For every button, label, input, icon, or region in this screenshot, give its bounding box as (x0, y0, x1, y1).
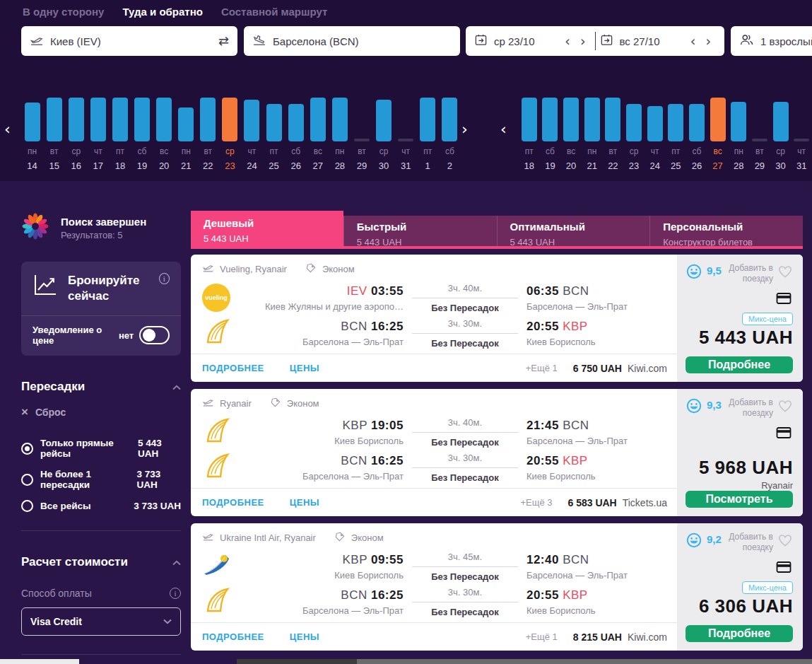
trip-type-tab-inactive[interactable]: Составной маршрут (221, 6, 327, 18)
depart-date-field[interactable]: ср 23/10 ‹ › (474, 33, 591, 49)
chart-bar-пн-28[interactable]: пн28 (728, 98, 749, 171)
payment-method-select[interactable]: Visa Credit (21, 607, 181, 636)
transfer-option-price: 3 733 UAH (136, 469, 181, 490)
card-cta-button[interactable]: Подробнее (686, 625, 793, 642)
return-date-next[interactable]: › (700, 35, 716, 48)
stops-label: Без Пересадок (412, 472, 518, 483)
chart-bar-пт-18[interactable]: пт18 (519, 98, 540, 171)
chart-bar-чт-31[interactable]: чт31 (395, 98, 417, 171)
sort-tab[interactable]: Быстрый5 443 UAH (343, 216, 497, 249)
chart-bar-чт-17[interactable]: чт17 (87, 98, 109, 171)
chart-day-label: ср (630, 146, 639, 156)
return-date-field[interactable]: вс 27/10 ‹ › (600, 33, 717, 49)
more-offers-link[interactable]: +Ещё 1 (526, 631, 558, 642)
reset-filters-button[interactable]: × Сброс (21, 405, 181, 419)
horizontal-scrollbar[interactable] (0, 659, 812, 664)
chart-bar-вс-27[interactable]: вс27 (307, 98, 329, 171)
passengers-input[interactable]: 1 взрослый (731, 26, 812, 56)
price-bar (69, 98, 84, 141)
depart-date-prev[interactable]: ‹ (560, 35, 575, 48)
chart-bar-ср-16[interactable]: ср16 (65, 98, 87, 171)
chart-bar-чт-31[interactable]: чт31 (791, 98, 812, 171)
chevron-up-icon[interactable] (172, 556, 181, 569)
chevron-up-icon[interactable] (172, 380, 181, 393)
chart-bar-пт-18[interactable]: пт18 (109, 98, 131, 171)
ticket-card-icon[interactable] (775, 424, 793, 444)
chart-bar-пт-25[interactable]: пт25 (665, 98, 686, 171)
chart-bar-вт-29[interactable]: вт29 (749, 98, 770, 171)
chart-bar-сб-26[interactable]: сб26 (285, 98, 307, 171)
more-offers-link[interactable]: +Ещё 1 (526, 363, 558, 373)
chart-bar-пн-14[interactable]: пн14 (21, 98, 43, 171)
sort-tab[interactable]: Оптимальный5 443 UAH (497, 216, 650, 249)
chart-bar-пт-25[interactable]: пт25 (263, 98, 285, 171)
trip-type-tabs: В одну сторонуТуда и обратноСоставной ма… (23, 6, 327, 18)
tag-icon (305, 262, 317, 276)
ticket-card-icon[interactable] (775, 290, 793, 310)
depart-chart-next-icon[interactable]: › (461, 122, 468, 137)
chart-bar-ср-23[interactable]: ср23 (623, 98, 645, 171)
info-icon[interactable]: i (159, 273, 170, 284)
chart-bar-вс-20[interactable]: вс20 (153, 98, 175, 171)
ticket-card-icon[interactable] (775, 559, 793, 578)
details-link[interactable]: ПОДРОБНЕЕ (202, 497, 264, 508)
card-cta-button[interactable]: Подробнее (686, 356, 793, 373)
price-bar (542, 98, 558, 141)
sort-tab[interactable]: Дешевый5 443 UAH (191, 211, 343, 249)
transfer-option[interactable]: Все рейсы3 733 UAH (21, 500, 181, 512)
scrollbar-track[interactable] (237, 659, 812, 664)
chart-bar-ср-23[interactable]: ср23 (219, 98, 241, 171)
chart-bar-вс-20[interactable]: вс20 (560, 98, 582, 171)
chart-bar-вт-29[interactable]: вт29 (351, 98, 372, 171)
uia-logo (202, 551, 230, 579)
chart-bar-вт-22[interactable]: вт22 (197, 98, 219, 171)
details-link[interactable]: ПОДРОБНЕЕ (202, 631, 264, 642)
search-status: Поиск завершен Результатов: 5 (21, 212, 181, 243)
chart-bar-пн-21[interactable]: пн21 (175, 98, 197, 171)
chart-bar-пн-21[interactable]: пн21 (582, 98, 603, 171)
chart-bar-вт-15[interactable]: вт15 (43, 98, 65, 171)
heart-icon[interactable] (777, 399, 793, 416)
swap-icon[interactable]: ⇄ (218, 33, 229, 49)
trip-type-tab-inactive[interactable]: В одну сторону (23, 6, 104, 18)
chart-bar-вт-22[interactable]: вт22 (603, 98, 624, 171)
add-to-trip-link[interactable]: Добавить впоездку (729, 263, 773, 284)
alt-offer-price: 8 215 UAH (573, 631, 622, 643)
heart-icon[interactable] (777, 533, 793, 550)
transfer-option[interactable]: Не более 1 пересадки3 733 UAH (21, 469, 181, 490)
departure-airport-code: KBP (342, 553, 367, 566)
chart-bar-чт-24[interactable]: чт24 (645, 98, 666, 171)
chart-bar-вс-27[interactable]: вс27 (707, 98, 729, 171)
scrollbar-thumb[interactable] (237, 659, 357, 664)
more-offers-link[interactable]: +Ещё 3 (520, 497, 552, 508)
chart-bar-пт-1[interactable]: пт1 (417, 98, 439, 171)
return-date-prev[interactable]: ‹ (686, 35, 701, 48)
card-cta-button[interactable]: Посмотреть (686, 491, 793, 508)
add-to-trip-link[interactable]: Добавить впоездку (729, 397, 773, 419)
plane-takeoff-icon (30, 33, 44, 49)
chart-bar-сб-19[interactable]: сб19 (131, 98, 153, 171)
prices-link[interactable]: ЦЕНЫ (290, 631, 319, 642)
chart-bar-сб-19[interactable]: сб19 (540, 98, 561, 171)
trip-type-tab-active[interactable]: Туда и обратно (122, 6, 202, 18)
chart-bar-ср-30[interactable]: ср30 (770, 98, 792, 171)
info-icon[interactable]: i (170, 588, 181, 599)
sort-tab[interactable]: ПерсональныйКонструктор билетов (649, 216, 803, 249)
return-chart-prev-icon[interactable]: ‹ (500, 122, 507, 137)
details-link[interactable]: ПОДРОБНЕЕ (202, 363, 264, 373)
prices-link[interactable]: ЦЕНЫ (290, 497, 319, 508)
chart-bar-сб-2[interactable]: сб2 (439, 98, 461, 171)
origin-input[interactable]: Киев (IEV) ⇄ (21, 26, 237, 56)
transfer-option[interactable]: Только прямые рейсы5 443 UAH (21, 438, 181, 459)
price-alert-toggle[interactable] (139, 326, 170, 344)
add-to-trip-link[interactable]: Добавить впоездку (729, 532, 773, 553)
depart-chart-prev-icon[interactable]: ‹ (4, 122, 11, 137)
depart-date-next[interactable]: › (575, 35, 591, 48)
heart-icon[interactable] (777, 264, 793, 281)
prices-link[interactable]: ЦЕНЫ (290, 363, 319, 373)
chart-bar-ср-30[interactable]: ср30 (373, 98, 395, 171)
chart-bar-чт-24[interactable]: чт24 (241, 98, 263, 171)
destination-input[interactable]: Барселона (BCN) (244, 26, 460, 56)
chart-bar-сб-26[interactable]: сб26 (686, 98, 707, 171)
chart-bar-пн-28[interactable]: пн28 (329, 98, 351, 171)
